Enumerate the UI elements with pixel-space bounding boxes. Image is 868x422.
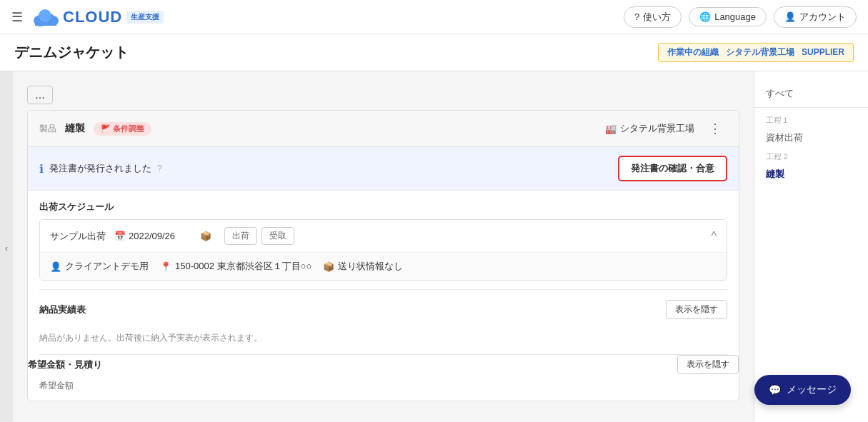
- calendar-icon: 📅: [114, 231, 126, 241]
- language-button[interactable]: 🌐 Language: [689, 7, 767, 26]
- card-title: 縫製: [65, 122, 85, 135]
- package-icon: 📦: [323, 261, 334, 272]
- delivery-title: 納品実績表: [39, 303, 86, 316]
- logo-badge: 生産支援: [126, 11, 164, 24]
- ship-button[interactable]: 出荷: [224, 227, 257, 245]
- status-badge: 🚩 条件調整: [94, 122, 151, 136]
- hamburger-icon[interactable]: ☰: [11, 9, 23, 25]
- sidebar: すべて 工程１ 資材出荷 工程２ 縫製: [754, 71, 868, 422]
- sidebar-item-sewing[interactable]: 縫製: [754, 164, 868, 185]
- page-header: デニムジャケット 作業中の組織 シタテル背景工場 SUPPLIER: [0, 34, 868, 71]
- chat-icon: 💬: [769, 384, 781, 396]
- card-more-button[interactable]: ⋮: [703, 119, 727, 138]
- hope-price-section-header: 希望金額・見積り 表示を隠す: [28, 355, 739, 380]
- schedule-sample-label: サンプル出荷: [50, 230, 107, 243]
- main-card: 製品 縫製 🚩 条件調整 🏭 シタテル背景工場 ⋮ ℹ 発注書が発行されました …: [27, 110, 739, 401]
- person-icon: 👤: [50, 261, 61, 272]
- card-header: 製品 縫製 🚩 条件調整 🏭 シタテル背景工場 ⋮: [28, 111, 739, 147]
- sidebar-item-all[interactable]: すべて: [754, 83, 868, 108]
- delivery-toggle-button[interactable]: 表示を隠す: [666, 300, 727, 319]
- notice-help-icon: ?: [157, 164, 162, 174]
- logo-icon: [31, 6, 59, 28]
- sidebar-section-label-1: 工程１: [754, 112, 868, 127]
- header: ☰ CLOUD 生産支援 ? 使い方 🌐 Language 👤 アカウント: [0, 0, 868, 34]
- sidebar-section-1: 工程１ 資材出荷: [754, 112, 868, 149]
- main-container: ‹ … 製品 縫製 🚩 条件調整 🏭 シタテル背景工場 ⋮: [0, 71, 868, 422]
- logo-area: CLOUD 生産支援: [31, 6, 164, 28]
- client-info: 👤 クライアントデモ用: [50, 260, 149, 273]
- info-icon: ℹ: [39, 162, 44, 176]
- hope-price-sub-label: 希望金額: [39, 381, 74, 391]
- factory-icon: 🏭: [605, 124, 617, 134]
- delivery-empty-text: 納品がありません。出荷後に納入予実表が表示されます。: [28, 325, 739, 354]
- help-icon: ?: [634, 11, 639, 22]
- notice-text-area: ℹ 発注書が発行されました ?: [39, 162, 162, 176]
- message-fab-button[interactable]: 💬 メッセージ: [754, 375, 851, 405]
- sidebar-item-materials[interactable]: 資材出荷: [754, 127, 868, 149]
- tracking-info: 📦 送り状情報なし: [323, 260, 403, 273]
- sidebar-section-label-2: 工程２: [754, 149, 868, 164]
- more-options-button[interactable]: …: [27, 86, 53, 104]
- factory-info: 🏭 シタテル背景工場: [605, 122, 694, 135]
- location-icon: 📍: [160, 261, 171, 272]
- box-icon: 📦: [200, 231, 211, 241]
- sidebar-section-2: 工程２ 縫製: [754, 149, 868, 185]
- flag-icon: 🚩: [101, 124, 111, 134]
- schedule-section-title: 出荷スケジュール: [28, 191, 739, 219]
- schedule-collapse-icon[interactable]: ^: [711, 230, 717, 243]
- schedule-actions: 出荷 受取: [224, 227, 294, 245]
- page-title: デニムジャケット: [14, 43, 129, 62]
- hope-price-toggle-button[interactable]: 表示を隠す: [677, 355, 739, 374]
- svg-point-4: [39, 9, 51, 22]
- globe-icon: 🌐: [699, 11, 711, 22]
- delivery-section-header: 納品実績表 表示を隠す: [28, 290, 739, 325]
- header-left: ☰ CLOUD 生産支援: [11, 6, 164, 28]
- org-badge: 作業中の組織 シタテル背景工場 SUPPLIER: [658, 43, 854, 62]
- card-product-label: 製品: [39, 123, 56, 135]
- content-area: … 製品 縫製 🚩 条件調整 🏭 シタテル背景工場 ⋮: [13, 71, 754, 422]
- help-button[interactable]: ? 使い方: [624, 6, 682, 28]
- schedule-box: サンプル出荷 📅 2022/09/26 📦 出荷 受取 ^ 👤: [39, 219, 727, 281]
- logo-text: CLOUD: [63, 8, 122, 26]
- notice-text: 発注書が発行されました: [49, 162, 151, 175]
- schedule-detail-row: 👤 クライアントデモ用 📍 150-0002 東京都渋谷区１丁目○○ 📦 送り状…: [40, 253, 727, 280]
- account-icon: 👤: [784, 11, 796, 22]
- receive-button[interactable]: 受取: [261, 227, 294, 245]
- schedule-main-row: サンプル出荷 📅 2022/09/26 📦 出荷 受取 ^: [40, 220, 727, 253]
- hope-price-sub: 希望金額: [28, 380, 739, 401]
- header-right: ? 使い方 🌐 Language 👤 アカウント: [624, 6, 857, 28]
- address-info: 📍 150-0002 東京都渋谷区１丁目○○: [160, 260, 311, 273]
- account-button[interactable]: 👤 アカウント: [774, 6, 857, 28]
- schedule-date: 📅 2022/09/26: [114, 231, 193, 241]
- sidebar-collapse-button[interactable]: ‹: [0, 71, 13, 422]
- hope-price-title: 希望金額・見積り: [28, 358, 102, 371]
- confirm-order-button[interactable]: 発注書の確認・合意: [618, 156, 727, 181]
- notice-bar: ℹ 発注書が発行されました ? 発注書の確認・合意: [28, 147, 739, 191]
